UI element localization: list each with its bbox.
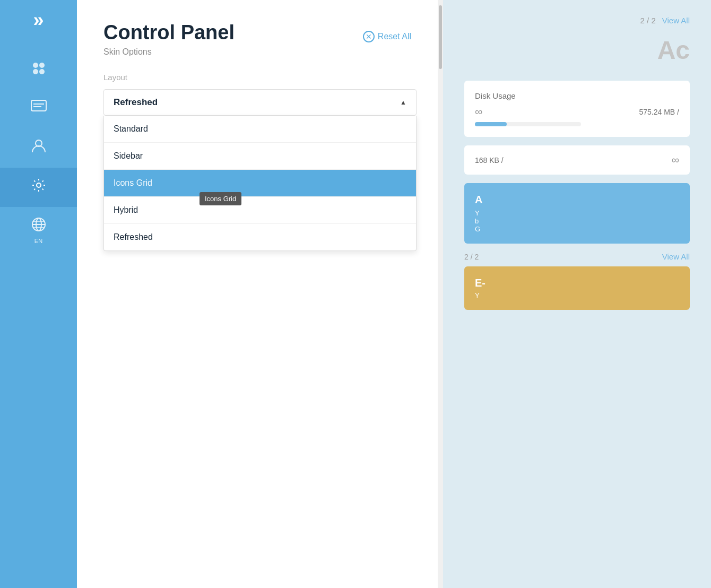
- reset-icon: ✕: [363, 31, 375, 42]
- bg-infinity: ∞: [475, 106, 482, 118]
- bg-card-size2: 168 KB / ∞: [464, 145, 690, 175]
- bg-disk-row: Disk Usage: [475, 91, 679, 100]
- layout-option-hybrid[interactable]: Hybrid: [104, 197, 416, 224]
- bg-progress-fill: [475, 122, 507, 126]
- bg-card-disk: Disk Usage ∞ 575.24 MB /: [464, 81, 690, 137]
- layout-option-standard[interactable]: Standard: [104, 116, 416, 143]
- layout-option-icons-grid[interactable]: Icons Grid Icons Grid: [104, 170, 416, 197]
- sidebar-en-label: EN: [34, 238, 42, 244]
- layout-dropdown-trigger[interactable]: Refreshed ▲: [103, 89, 417, 116]
- user-icon: [31, 138, 47, 157]
- layout-option-sidebar[interactable]: Sidebar: [104, 143, 416, 170]
- layout-selected-value: Refreshed: [114, 97, 158, 108]
- sidebar-logo: »: [33, 11, 44, 30]
- bg-progress-bar: [475, 122, 581, 126]
- sidebar-item-apps[interactable]: [0, 51, 77, 90]
- messages-icon: [31, 100, 47, 118]
- bg-pagination-row: 2 / 2 View All: [464, 16, 690, 25]
- bg-e-prefix: E-: [475, 277, 679, 289]
- main-panel: Control Panel Skin Options ✕ Reset All L…: [77, 0, 443, 588]
- layout-label: Layout: [103, 73, 417, 82]
- bg-size1: 575.24 MB /: [639, 108, 680, 116]
- bg-view-all2: View All: [662, 252, 690, 261]
- layout-dropdown-container: Refreshed ▲ Standard Sidebar Icons Grid …: [103, 89, 417, 116]
- globe-icon: [31, 217, 47, 236]
- svg-point-1: [39, 63, 45, 68]
- svg-rect-4: [31, 100, 46, 111]
- settings-icon: [31, 177, 47, 196]
- sidebar-item-messages[interactable]: [0, 90, 77, 128]
- bg-pagination2: 2 / 2: [464, 253, 479, 261]
- bg-infinity2: ∞: [672, 154, 679, 166]
- background-panel: 2 / 2 View All Ac Disk Usage ∞ 575.24 MB…: [443, 0, 711, 588]
- svg-point-8: [37, 183, 41, 187]
- bg-pagination2-row: 2 / 2 View All: [464, 252, 690, 261]
- bg-blue-card: A Y b G: [464, 183, 690, 244]
- layout-section: Layout Refreshed ▲ Standard Sidebar Icon…: [103, 73, 417, 177]
- sidebar-item-settings[interactable]: [0, 168, 77, 207]
- bg-gold-card: E- Y: [464, 266, 690, 310]
- svg-point-3: [39, 69, 45, 74]
- bg-pagination: 2 / 2: [640, 16, 656, 25]
- sidebar-item-globe[interactable]: EN: [0, 207, 77, 254]
- reset-all-button[interactable]: ✕ Reset All: [363, 31, 411, 42]
- bg-size2: 168 KB /: [475, 156, 504, 165]
- scrollbar-thumb[interactable]: [439, 5, 442, 69]
- dropdown-up-arrow: ▲: [400, 99, 406, 106]
- reset-all-label: Reset All: [378, 32, 411, 41]
- svg-point-0: [33, 63, 38, 68]
- svg-point-2: [33, 69, 38, 74]
- layout-dropdown-list: Standard Sidebar Icons Grid Icons Grid H…: [103, 116, 417, 251]
- apps-icon: [31, 60, 47, 80]
- bg-title: Ac: [464, 36, 690, 65]
- bg-content: 2 / 2 View All Ac Disk Usage ∞ 575.24 MB…: [443, 0, 711, 326]
- sidebar-item-user[interactable]: [0, 128, 77, 168]
- bg-disk-label: Disk Usage: [475, 91, 516, 100]
- sidebar: »: [0, 0, 77, 588]
- bg-blue-text: A: [475, 194, 679, 206]
- bg-view-all: View All: [662, 16, 690, 25]
- layout-option-refreshed[interactable]: Refreshed: [104, 224, 416, 250]
- scrollbar-track[interactable]: [438, 0, 443, 588]
- page-subtitle: Skin Options: [103, 47, 417, 57]
